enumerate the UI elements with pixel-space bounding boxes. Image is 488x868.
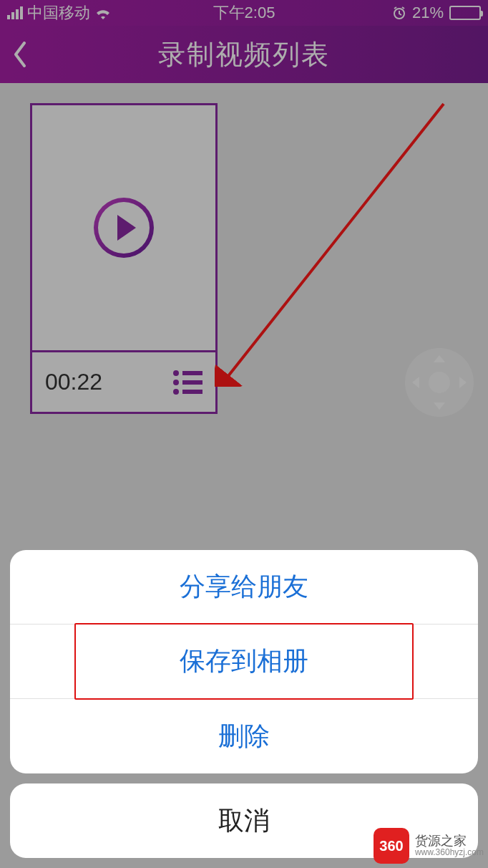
action-share-label: 分享给朋友 [180,569,308,604]
action-sheet: 分享给朋友 保存到相册 删除 取消 [10,550,478,858]
watermark-badge: 360 [374,828,409,864]
watermark-text: 货源之家 www.360hyzj.com [415,834,484,858]
action-save[interactable]: 保存到相册 [10,625,478,699]
action-delete-label: 删除 [218,719,270,754]
action-delete[interactable]: 删除 [10,699,478,773]
watermark-title: 货源之家 [415,834,484,849]
action-cancel-label: 取消 [218,804,270,839]
screen: 中国移动 下午2:05 21% 录制视频列表 00:22 [0,0,488,868]
watermark: 360 货源之家 www.360hyzj.com [374,828,484,864]
watermark-url: www.360hyzj.com [415,848,484,857]
action-share[interactable]: 分享给朋友 [10,550,478,625]
action-save-label: 保存到相册 [180,644,308,679]
action-sheet-group: 分享给朋友 保存到相册 删除 [10,550,478,773]
